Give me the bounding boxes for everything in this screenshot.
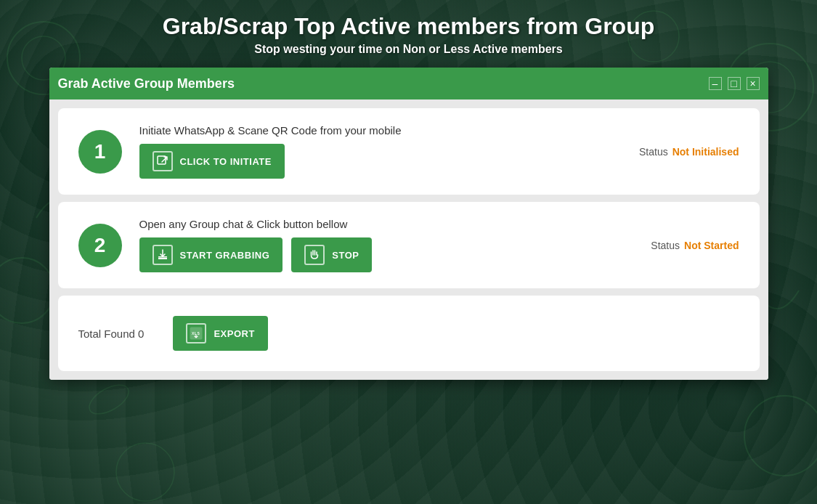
step2-status-label: Status	[651, 240, 680, 251]
step1-status-label: Status	[639, 146, 668, 158]
step2-status: Status Not Started	[651, 240, 739, 251]
start-grabbing-label: START GRABBING	[180, 250, 270, 261]
stop-button[interactable]: STOP	[291, 237, 372, 272]
svg-point-5	[744, 396, 817, 476]
step2-buttons: START GRABBING STOP	[139, 237, 634, 272]
step1-status: Status Not Initialised	[639, 146, 739, 158]
start-grabbing-button[interactable]: START GRABBING	[139, 237, 283, 272]
svg-point-8	[85, 379, 134, 420]
total-found-label: Total Found	[78, 328, 139, 340]
export-card: Total Found 0 XLS EXPORT	[58, 296, 760, 371]
maximize-button[interactable]: □	[728, 77, 741, 90]
window-title: Grab Active Group Members	[58, 76, 235, 92]
hero-subtitle: Stop westing your time on Non or Less Ac…	[254, 43, 562, 56]
stop-label: STOP	[332, 250, 359, 261]
window-content: 1 Initiate WhatsApp & Scane QR Code from…	[49, 99, 768, 380]
export-icon: XLS	[186, 323, 206, 344]
titlebar: Grab Active Group Members – □ ×	[49, 68, 768, 99]
export-button[interactable]: XLS EXPORT	[173, 316, 267, 351]
initiate-button-label: CLICK TO INITIATE	[180, 156, 272, 167]
total-found-value: 0	[138, 328, 144, 340]
step2-status-value: Not Started	[684, 240, 739, 251]
minimize-button[interactable]: –	[709, 77, 722, 90]
step2-card: 2 Open any Group chat & Click button bel…	[58, 202, 760, 288]
step2-circle: 2	[78, 224, 122, 267]
close-button[interactable]: ×	[747, 77, 760, 90]
initiate-icon	[153, 151, 173, 171]
svg-rect-11	[158, 256, 167, 258]
step2-instruction: Open any Group chat & Click button bello…	[139, 218, 634, 230]
initiate-button[interactable]: CLICK TO INITIATE	[139, 144, 285, 179]
step1-body: Initiate WhatsApp & Scane QR Code from y…	[139, 124, 622, 179]
grabbing-icon	[153, 245, 173, 265]
app-window: Grab Active Group Members – □ × 1 Initia…	[49, 68, 768, 380]
page-wrapper: Grab/Scrap Top Active members from Group…	[0, 0, 817, 380]
step1-buttons: CLICK TO INITIATE	[139, 144, 622, 179]
step1-circle: 1	[78, 130, 122, 174]
hero-title: Grab/Scrap Top Active members from Group	[163, 13, 654, 40]
step1-instruction: Initiate WhatsApp & Scane QR Code from y…	[139, 124, 622, 137]
step1-status-value: Not Initialised	[672, 146, 739, 158]
total-found: Total Found 0	[78, 328, 145, 340]
step1-card: 1 Initiate WhatsApp & Scane QR Code from…	[58, 108, 760, 195]
window-controls: – □ ×	[709, 77, 760, 90]
stop-icon	[304, 245, 325, 265]
svg-point-6	[116, 443, 174, 501]
export-label: EXPORT	[214, 328, 254, 339]
step2-body: Open any Group chat & Click button bello…	[139, 218, 634, 272]
